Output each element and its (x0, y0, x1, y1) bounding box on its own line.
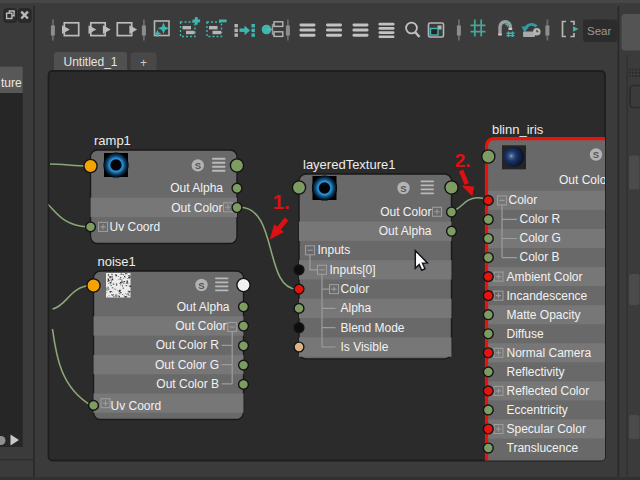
svg-text:Inputs[0]: Inputs[0] (330, 263, 376, 277)
svg-text:Out Color R: Out Color R (156, 338, 220, 352)
svg-text:Specular Color: Specular Color (507, 422, 586, 436)
svg-text:Color: Color (509, 193, 538, 207)
svg-text:Reflectivity: Reflectivity (507, 365, 565, 379)
svg-text:Uv Coord: Uv Coord (111, 399, 162, 413)
svg-text:Normal Camera: Normal Camera (507, 346, 592, 360)
svg-text:Matte Opacity: Matte Opacity (507, 308, 581, 322)
svg-text:Out Alpha: Out Alpha (170, 181, 223, 195)
svg-text:Color B: Color B (520, 250, 560, 264)
svg-text:Color G: Color G (520, 231, 561, 245)
svg-text:2.: 2. (455, 150, 471, 171)
svg-text:Blend Mode: Blend Mode (341, 321, 405, 335)
svg-text:Color R: Color R (520, 212, 561, 226)
svg-text:1.: 1. (273, 191, 290, 213)
svg-text:Incandescence: Incandescence (507, 289, 588, 303)
svg-text:Alpha: Alpha (341, 301, 372, 315)
svg-text:Out Color G: Out Color G (155, 358, 219, 372)
svg-text:Out Color: Out Color (380, 205, 431, 219)
svg-text:layeredTexture1: layeredTexture1 (303, 157, 396, 172)
svg-text:blinn_iris: blinn_iris (492, 122, 544, 137)
svg-text:Out Color B: Out Color B (156, 377, 219, 391)
svg-text:ramp1: ramp1 (94, 133, 131, 148)
svg-text:noise1: noise1 (98, 254, 136, 269)
svg-text:Uv Coord: Uv Coord (110, 220, 161, 234)
svg-text:ture: ture (1, 76, 22, 90)
svg-text:Sear: Sear (587, 25, 611, 37)
svg-text:Out Color: Out Color (559, 173, 610, 187)
svg-text:Is Visible: Is Visible (341, 340, 389, 354)
svg-text:Out Color: Out Color (171, 201, 222, 215)
svg-text:Ambient Color: Ambient Color (507, 270, 583, 284)
svg-text:Out Color: Out Color (175, 319, 226, 333)
svg-text:Translucence: Translucence (507, 441, 579, 455)
svg-text:Out Alpha: Out Alpha (177, 300, 230, 314)
svg-text:Reflected Color: Reflected Color (507, 384, 590, 398)
svg-text:Inputs: Inputs (318, 243, 351, 257)
svg-text:Out Alpha: Out Alpha (379, 224, 432, 238)
svg-text:Diffuse: Diffuse (507, 327, 544, 341)
svg-text:+: + (140, 56, 147, 70)
svg-text:Eccentricity: Eccentricity (507, 403, 568, 417)
svg-text:Color: Color (341, 282, 370, 296)
svg-text:Untitled_1: Untitled_1 (63, 55, 117, 69)
